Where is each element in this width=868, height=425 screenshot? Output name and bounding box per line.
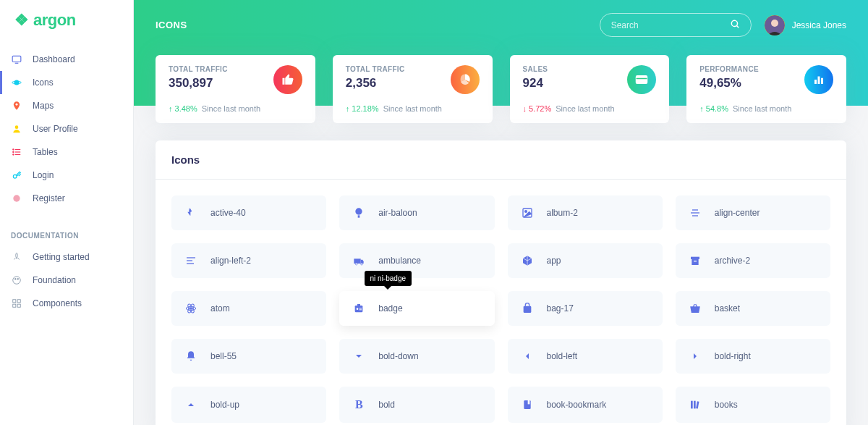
icon-card-ambulance[interactable]: ambulance bbox=[339, 243, 494, 278]
icon-label: bold bbox=[378, 400, 395, 410]
sidebar-item-label: Dashboard bbox=[33, 54, 75, 64]
icon-card-bold-down[interactable]: bold-down bbox=[339, 339, 494, 374]
icon-card-bold-left[interactable]: bold-left bbox=[508, 339, 663, 374]
main-content: ICONS Jessica Jones bbox=[134, 0, 868, 425]
user-menu[interactable]: Jessica Jones bbox=[765, 15, 846, 35]
svg-rect-25 bbox=[637, 76, 647, 84]
stat-label: TOTAL TRAFFIC bbox=[169, 65, 228, 73]
planet-icon bbox=[11, 77, 22, 88]
sidebar: ❖ argon DashboardIconsMapsUser ProfileTa… bbox=[0, 0, 134, 425]
svg-rect-19 bbox=[13, 304, 16, 307]
icon-label: align-center bbox=[715, 208, 760, 218]
svg-point-12 bbox=[13, 174, 17, 178]
svg-rect-31 bbox=[358, 215, 360, 217]
stat-change: ↓ 5.72% bbox=[523, 104, 552, 113]
page-title: ICONS bbox=[156, 20, 187, 30]
stat-value: 49,65% bbox=[699, 76, 759, 91]
icon-card-atom[interactable]: atom bbox=[171, 291, 326, 326]
icon-label: book-bookmark bbox=[547, 400, 607, 410]
doc-nav: Getting startedFoundationComponents bbox=[0, 245, 133, 326]
svg-rect-27 bbox=[814, 80, 817, 84]
icon-card-bell-55[interactable]: bell-55 bbox=[171, 339, 326, 374]
svg-point-46 bbox=[190, 308, 192, 310]
rocket-icon bbox=[11, 251, 22, 263]
monitor-icon bbox=[11, 54, 22, 65]
stat-icon bbox=[804, 65, 833, 94]
icon-card-basket[interactable]: basket bbox=[676, 291, 830, 326]
svg-point-21 bbox=[731, 20, 737, 26]
icon-card-air-baloon[interactable]: air-baloon bbox=[339, 195, 494, 230]
album-2-icon bbox=[521, 207, 534, 219]
stat-value: 2,356 bbox=[346, 76, 405, 91]
icon-label: bold-down bbox=[378, 351, 418, 361]
key-icon bbox=[11, 169, 22, 181]
stat-label: TOTAL TRAFFIC bbox=[346, 65, 405, 73]
bell-55-icon bbox=[184, 350, 197, 362]
icon-label: badge bbox=[378, 303, 402, 314]
sidebar-item-register[interactable]: Register bbox=[0, 187, 133, 210]
panel-title: Icons bbox=[156, 140, 846, 180]
search-box[interactable] bbox=[600, 13, 752, 37]
svg-point-33 bbox=[524, 211, 527, 213]
icon-card-book-bookmark[interactable]: book-bookmark bbox=[508, 387, 663, 423]
icon-label: bold-up bbox=[210, 400, 239, 410]
svg-rect-20 bbox=[17, 304, 20, 307]
sidebar-item-dashboard[interactable]: Dashboard bbox=[0, 48, 133, 71]
books-icon bbox=[689, 399, 702, 411]
svg-rect-50 bbox=[355, 306, 363, 312]
icon-card-archive-2[interactable]: archive-2 bbox=[676, 243, 830, 278]
icon-card-bag-17[interactable]: bag-17 bbox=[508, 291, 663, 326]
icon-label: bold-right bbox=[715, 351, 751, 361]
bold-right-icon bbox=[689, 350, 702, 362]
doc-item-getting-started[interactable]: Getting started bbox=[0, 245, 133, 269]
icon-card-active-40[interactable]: active-40 bbox=[171, 195, 326, 230]
bag-17-icon bbox=[521, 303, 534, 314]
icon-label: align-left-2 bbox=[210, 256, 251, 266]
icon-card-align-left-2[interactable]: align-left-2 bbox=[171, 243, 326, 278]
svg-rect-53 bbox=[359, 308, 362, 308]
search-input[interactable] bbox=[611, 20, 723, 30]
icon-card-badge[interactable]: ni ni-badgebadge bbox=[339, 291, 494, 326]
doc-item-foundation[interactable]: Foundation bbox=[0, 269, 133, 292]
icon-card-bold-right[interactable]: bold-right bbox=[676, 339, 830, 374]
icon-label: atom bbox=[210, 303, 230, 314]
icon-label: bag-17 bbox=[547, 303, 574, 314]
svg-rect-59 bbox=[694, 401, 696, 409]
doc-item-label: Components bbox=[33, 298, 82, 308]
svg-rect-58 bbox=[691, 401, 693, 409]
icon-card-album-2[interactable]: album-2 bbox=[508, 195, 663, 230]
svg-point-14 bbox=[13, 277, 21, 285]
icon-label: basket bbox=[715, 303, 740, 314]
sidebar-item-login[interactable]: Login bbox=[0, 164, 133, 187]
icon-card-bold-up[interactable]: bold-up bbox=[171, 387, 326, 423]
bold-icon: B bbox=[352, 398, 365, 411]
svg-rect-60 bbox=[696, 401, 699, 408]
stat-card: PERFORMANCE 49,65% ↑ 54.8% Since last mo… bbox=[686, 55, 846, 123]
svg-rect-29 bbox=[821, 78, 823, 84]
icon-label: air-baloon bbox=[378, 208, 417, 218]
align-left-2-icon bbox=[184, 255, 197, 266]
doc-item-label: Foundation bbox=[33, 275, 76, 285]
stat-change: ↑ 12.18% bbox=[346, 104, 379, 113]
logo-mark-icon: ❖ bbox=[14, 11, 29, 30]
icon-card-align-center[interactable]: align-center bbox=[676, 195, 830, 230]
sidebar-item-icons[interactable]: Icons bbox=[0, 71, 133, 94]
svg-rect-43 bbox=[691, 257, 699, 259]
icon-card-app[interactable]: app bbox=[508, 243, 663, 278]
badge-icon bbox=[352, 303, 365, 314]
stat-card: TOTAL TRAFFIC 2,356 ↑ 12.18% Since last … bbox=[333, 55, 493, 123]
doc-item-components[interactable]: Components bbox=[0, 292, 133, 315]
sidebar-item-maps[interactable]: Maps bbox=[0, 94, 133, 117]
svg-point-30 bbox=[356, 208, 362, 214]
sidebar-item-tables[interactable]: Tables bbox=[0, 140, 133, 164]
stat-label: PERFORMANCE bbox=[699, 65, 759, 73]
brand-logo[interactable]: ❖ argon bbox=[0, 0, 133, 48]
stat-change: ↑ 3.48% bbox=[169, 104, 197, 113]
svg-point-52 bbox=[357, 308, 359, 310]
icon-card-bold[interactable]: Bbold bbox=[339, 387, 494, 423]
icon-label: ambulance bbox=[378, 256, 421, 266]
svg-rect-28 bbox=[818, 77, 820, 85]
sidebar-item-user-profile[interactable]: User Profile bbox=[0, 117, 133, 140]
logo-text: argon bbox=[33, 11, 76, 30]
icon-card-books[interactable]: books bbox=[676, 387, 830, 423]
